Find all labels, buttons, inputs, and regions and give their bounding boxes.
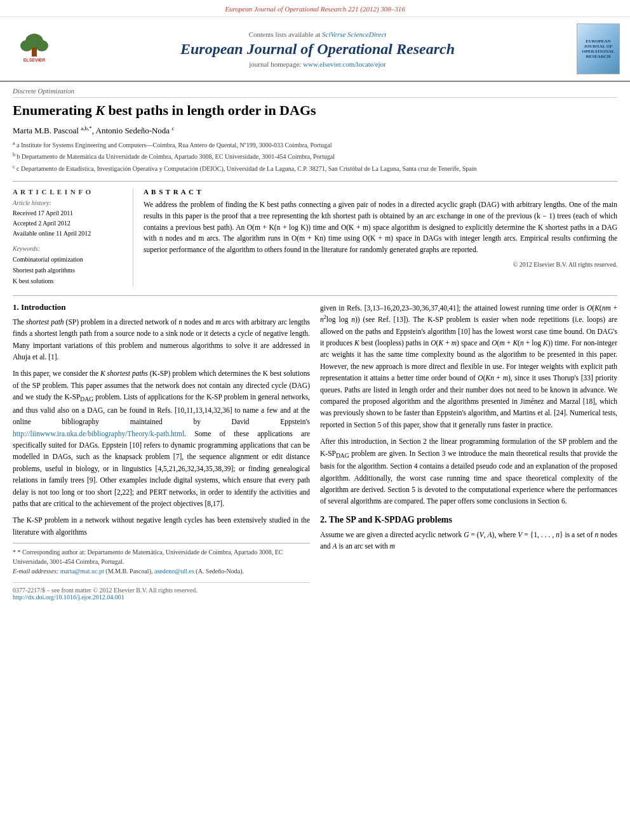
affiliation-a: a a Institute for Systems Engineering an… [13, 140, 617, 150]
article-info-title: A R T I C L E I N F O [13, 188, 125, 196]
section-label: Discrete Optimization [13, 82, 617, 98]
elsevier-logo-area: ELSEVIER [9, 23, 60, 74]
svg-point-3 [36, 40, 48, 51]
eppstein-link[interactable]: http://liinwww.ira.uka.de/bibliography/T… [13, 430, 184, 437]
footer-doi: http://dx.doi.org/10.1016/j.ejor.2012.04… [13, 594, 310, 601]
content-area: Discrete Optimization Enumerating K best… [0, 82, 630, 613]
elsevier-logo-icon: ELSEVIER [11, 30, 57, 68]
history-label: Article history: [13, 199, 125, 206]
svg-point-2 [20, 40, 33, 51]
authors: Marta M.B. Pascoal a,b,*, Antonio Sedeño… [13, 125, 617, 136]
section-2-heading: 2. The SP and K-SPDAG problems [320, 515, 617, 525]
accepted-date: Accepted 2 April 2012 [13, 218, 125, 229]
article-info-col: A R T I C L E I N F O Article history: R… [13, 188, 133, 286]
intro-para-3: The K-SP problem in a network without ne… [13, 514, 310, 538]
journal-cover-image: EUROPEAN JOURNAL OF OPERATIONAL RESEARCH [577, 23, 620, 74]
affiliation-b: b b Departamento de Matemática da Univer… [13, 151, 617, 161]
keywords-label: Keywords: [13, 245, 125, 252]
footer-bar: 0377-2217/$ – see front matter © 2012 El… [13, 582, 310, 601]
journal-homepage-link[interactable]: www.elsevier.com/locate/ejor [303, 60, 386, 68]
keywords-section: Keywords: Combinatorial optimization Sho… [13, 245, 125, 286]
journal-title-area: Contents lists available at SciVerse Sci… [66, 23, 569, 74]
section-2-text: Assume we are given a directed acyclic n… [320, 529, 617, 552]
footnote-email: E-mail addresses: marta@mat.uc.pt (M.M.B… [13, 566, 310, 576]
copyright: © 2012 Elsevier B.V. All rights reserved… [144, 261, 617, 268]
article-meta-section: A R T I C L E I N F O Article history: R… [13, 181, 617, 286]
body-left-col: 1. Introduction The shortest path (SP) p… [13, 302, 310, 601]
intro-para-1: The shortest path (SP) problem in a dire… [13, 316, 310, 363]
email-link-2[interactable]: asedeno@ull.es [154, 568, 194, 575]
journal-name: European Journal of Operational Research [66, 41, 569, 58]
article-title: Enumerating K best paths in length order… [13, 102, 617, 120]
journal-homepage: journal homepage: www.elsevier.com/locat… [66, 60, 569, 68]
sciverse-line: Contents lists available at SciVerse Sci… [66, 30, 569, 38]
citation-text: European Journal of Operational Research… [225, 5, 405, 13]
keyword-1: Combinatorial optimization [13, 254, 125, 265]
right-para-1: given in Refs. [3,13–16,20,23–30,36,37,4… [320, 302, 617, 430]
top-bar: European Journal of Operational Research… [0, 0, 630, 17]
article-dates: Received 17 April 2011 Accepted 2 April … [13, 208, 125, 239]
svg-text:ELSEVIER: ELSEVIER [23, 58, 46, 62]
affiliations: a a Institute for Systems Engineering an… [13, 140, 617, 173]
journal-cover-area: EUROPEAN JOURNAL OF OPERATIONAL RESEARCH [575, 23, 621, 74]
abstract-col: A B S T R A C T We address the problem o… [144, 188, 617, 286]
keyword-3: K best solutions [13, 276, 125, 286]
affiliation-c: c c Departamento de Estadística, Investi… [13, 163, 617, 173]
intro-para-2: In this paper, we consider the K shortes… [13, 368, 310, 509]
svg-rect-4 [32, 48, 37, 57]
footer-issn: 0377-2217/$ – see front matter © 2012 El… [13, 587, 310, 594]
online-date: Available online 11 April 2012 [13, 229, 125, 239]
intro-heading: 1. Introduction [13, 302, 310, 312]
doi-link[interactable]: http://dx.doi.org/10.1016/j.ejor.2012.04… [13, 594, 124, 601]
sciverse-link[interactable]: SciVerse ScienceDirect [322, 30, 386, 38]
body-right-col: given in Refs. [3,13–16,20,23–30,36,37,4… [320, 302, 617, 601]
main-body: 1. Introduction The shortest path (SP) p… [13, 295, 617, 601]
right-para-2: After this introduction, in Section 2 th… [320, 436, 617, 507]
abstract-text: We address the problem of finding the K … [144, 199, 617, 256]
email-link-1[interactable]: marta@mat.uc.pt [60, 568, 104, 575]
page-wrapper: European Journal of Operational Research… [0, 0, 630, 613]
journal-header: ELSEVIER Contents lists available at Sci… [0, 17, 630, 82]
received-date: Received 17 April 2011 [13, 208, 125, 218]
abstract-title: A B S T R A C T [144, 188, 617, 196]
footnote-section: * * Corresponding author at: Departament… [13, 543, 310, 576]
footnote-star: * * Corresponding author at: Departament… [13, 547, 310, 566]
keyword-2: Shortest path algorithms [13, 265, 125, 276]
